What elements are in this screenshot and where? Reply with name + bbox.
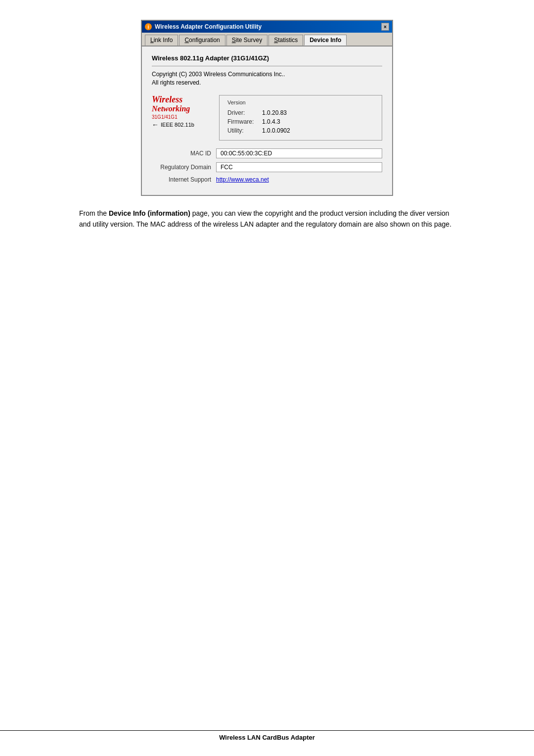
logo-networking: Networking bbox=[152, 104, 190, 113]
titlebar-left: i Wireless Adapter Configuration Utility bbox=[145, 23, 262, 30]
driver-value: 1.0.20.83 bbox=[262, 109, 287, 116]
tab-bar: Link Info Configuration Site Survey Stat… bbox=[142, 33, 392, 47]
tab-statistics-label: tatistics bbox=[278, 37, 298, 44]
firmware-row: Firmware: 1.0.4.3 bbox=[227, 118, 374, 125]
mac-id-row: MAC ID 00:0C:55:00:3C:ED bbox=[152, 148, 382, 158]
logo-area: Wireless Networking 31G1/41G1 ← IEEE 802… bbox=[152, 95, 211, 141]
main-info-area: Wireless Networking 31G1/41G1 ← IEEE 802… bbox=[152, 95, 382, 141]
footer-label: Wireless LAN CardBus Adapter bbox=[219, 734, 315, 741]
copyright-text: Copyright (C) 2003 Wireless Communicatio… bbox=[152, 70, 382, 87]
utility-row: Utility: 1.0.0.0902 bbox=[227, 127, 374, 134]
logo-model: 31G1/41G1 bbox=[152, 114, 178, 120]
window-content: Wireless 802.11g Adapter (31G1/41GZ) Cop… bbox=[142, 47, 392, 195]
mac-id-value: 00:0C:55:00:3C:ED bbox=[216, 148, 382, 158]
version-box: Version Driver: 1.0.20.83 Firmware: 1.0.… bbox=[219, 95, 382, 141]
regulatory-domain-label: Regulatory Domain bbox=[152, 164, 216, 171]
utility-label: Utility: bbox=[227, 127, 262, 134]
driver-label: Driver: bbox=[227, 109, 262, 116]
tab-link-info[interactable]: Link Info bbox=[145, 35, 178, 46]
description-before-bold: From the bbox=[79, 209, 109, 217]
copyright-line1: Copyright (C) 2003 Wireless Communicatio… bbox=[152, 71, 285, 78]
regulatory-domain-value: FCC bbox=[216, 162, 382, 172]
tab-link-info-label: ink Info bbox=[154, 37, 173, 44]
device-name: Wireless 802.11g Adapter (31G1/41GZ) bbox=[152, 54, 382, 62]
tab-statistics[interactable]: Statistics bbox=[268, 35, 303, 46]
internet-support-row: Internet Support http://www.weca.net bbox=[152, 176, 382, 183]
tab-configuration[interactable]: Configuration bbox=[179, 35, 225, 46]
app-window: i Wireless Adapter Configuration Utility… bbox=[141, 20, 393, 196]
description-text: From the Device Info (information) page,… bbox=[79, 208, 455, 230]
tab-configuration-label: onfiguration bbox=[189, 37, 220, 44]
description-bold: Device Info (information) bbox=[109, 209, 190, 217]
logo-wireless: Wireless bbox=[152, 95, 182, 105]
footer: Wireless LAN CardBus Adapter bbox=[0, 730, 534, 741]
logo-ieee: ← IEEE 802.11b bbox=[152, 121, 194, 129]
version-section-title: Version bbox=[227, 99, 374, 105]
window-title: Wireless Adapter Configuration Utility bbox=[155, 23, 262, 30]
driver-row: Driver: 1.0.20.83 bbox=[227, 109, 374, 116]
tab-device-info-label: Device Info bbox=[310, 37, 341, 44]
tab-device-info[interactable]: Device Info bbox=[304, 35, 347, 46]
regulatory-domain-row: Regulatory Domain FCC bbox=[152, 162, 382, 172]
firmware-value: 1.0.4.3 bbox=[262, 118, 280, 125]
tab-site-survey-label: ite Survey bbox=[236, 37, 262, 44]
copyright-line2: All rights reserved. bbox=[152, 79, 201, 86]
close-button[interactable]: × bbox=[381, 23, 389, 31]
divider-1 bbox=[152, 66, 382, 66]
arrow-icon: ← bbox=[152, 121, 159, 129]
titlebar: i Wireless Adapter Configuration Utility… bbox=[142, 21, 392, 33]
tab-site-survey[interactable]: Site Survey bbox=[226, 35, 267, 46]
ieee-label: IEEE 802.11b bbox=[161, 122, 194, 128]
mac-id-label: MAC ID bbox=[152, 150, 216, 157]
utility-value: 1.0.0.0902 bbox=[262, 127, 290, 134]
internet-support-label: Internet Support bbox=[152, 176, 216, 183]
firmware-label: Firmware: bbox=[227, 118, 262, 125]
internet-support-link[interactable]: http://www.weca.net bbox=[216, 176, 269, 183]
app-icon: i bbox=[145, 23, 152, 30]
